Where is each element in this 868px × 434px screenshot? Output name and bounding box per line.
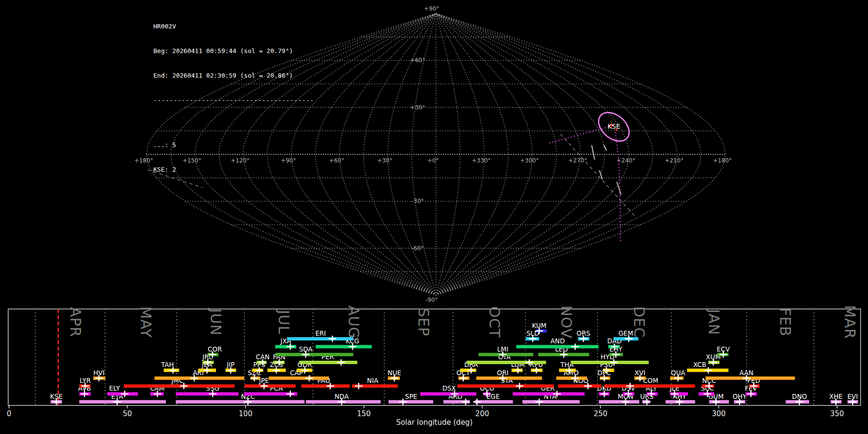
month-label-mar: MAR — [841, 305, 858, 339]
shower-bar — [604, 384, 695, 388]
shower-code: LYR — [80, 377, 91, 384]
shower-evi: EVI — [847, 393, 858, 405]
shower-bar — [389, 400, 434, 404]
session-begin: Beg: 20260411 00:59:44 (sol = 20.79°) — [153, 47, 314, 55]
grid-lat-label: +30° — [410, 104, 425, 111]
shower-ege: EGE — [473, 393, 513, 405]
grid-lon-label: +0° — [427, 157, 439, 164]
shower-peak-cross — [571, 343, 579, 350]
month-label-aug: AUG — [345, 306, 362, 339]
shower-bar — [513, 392, 584, 395]
shower-code: DSX — [442, 384, 456, 392]
shower-code: DNO — [792, 393, 807, 400]
grid-lon-label: +270° — [569, 157, 587, 164]
session-info: HR002V Beg: 20260411 00:59:44 (sol = 20.… — [153, 6, 314, 190]
shower-bar — [522, 400, 580, 404]
shower-code: NUE — [388, 369, 402, 377]
spacer — [153, 121, 314, 124]
shower-code: LMI — [497, 345, 508, 353]
x-tick-label: 200 — [475, 409, 489, 418]
grid-lat-label: -60° — [411, 245, 424, 252]
shower-code: QUA — [671, 369, 686, 377]
shower-code: NIA — [367, 377, 379, 384]
shower-bar — [244, 384, 295, 388]
shower-bar — [316, 345, 372, 348]
shower-code: TAH — [161, 361, 174, 368]
shower-code: CAN — [256, 353, 270, 361]
shower-peak-cross — [515, 383, 523, 389]
shower-bar — [269, 377, 329, 380]
grid-lat-label: -90° — [425, 297, 438, 303]
shower-bar — [457, 384, 554, 388]
grid-lon-label: +240° — [617, 157, 636, 164]
grid-lat-label: +60° — [410, 57, 425, 64]
app-window: { "header": { "title": "HR002V", "beg": … — [0, 0, 868, 434]
month-label-jul: JUL — [275, 309, 292, 335]
shower-kse: KSE — [50, 393, 63, 405]
shower-bar — [176, 400, 305, 404]
count-kse: KSE: 2 — [153, 165, 314, 174]
month-label-dec: DEC — [631, 306, 648, 338]
shower-bar — [154, 377, 244, 380]
month-label-sep: SEP — [415, 308, 432, 336]
shower-bar — [299, 361, 357, 364]
shower-bar — [275, 353, 353, 356]
grid-lon-label: +60° — [329, 157, 344, 164]
shower-eri: ERI — [287, 329, 353, 342]
session-id: HR002V — [153, 22, 314, 30]
shower-code: XHE — [829, 393, 842, 400]
x-tick-label: 100 — [239, 409, 253, 418]
shower-bar — [301, 384, 350, 388]
x-axis-title: Solar longitude (deg) — [396, 418, 473, 427]
shower-cor: COR — [208, 345, 222, 358]
shower-bar — [176, 392, 239, 395]
month-label-jan: JAN — [705, 308, 722, 335]
shower-code: KSE — [50, 393, 63, 400]
month-label-may: MAY — [137, 306, 154, 338]
shower-bar — [476, 377, 542, 380]
shower-peak-cross — [535, 399, 543, 405]
shower-peak-cross — [328, 336, 336, 342]
grid-lat-label: -30° — [411, 198, 424, 204]
shower-nue: NUE — [388, 369, 402, 381]
shower-code: ERI — [315, 329, 326, 337]
shower-bar — [287, 337, 353, 340]
shower-qua: QUA — [670, 369, 685, 381]
shower-peak-cross — [462, 399, 470, 405]
chart-border — [8, 309, 861, 406]
shower-code: SDA — [299, 345, 313, 353]
shower-bar — [558, 384, 601, 388]
shower-code: OHY — [732, 393, 747, 400]
x-tick-label: 0 — [7, 409, 12, 418]
shower-peak-cross — [473, 399, 481, 405]
session-end: End: 20260411 02:30:59 (sol = 20.86°) — [153, 71, 314, 80]
shower-bar — [599, 400, 639, 404]
shower-ohy: OHY — [732, 393, 747, 405]
shower-code: NDA — [335, 393, 349, 400]
x-tick-label: 350 — [830, 409, 844, 418]
shower-jip: JIP — [226, 361, 236, 373]
month-label-feb: FEB — [777, 308, 794, 337]
x-tick-label: 250 — [594, 409, 608, 418]
shower-bar — [79, 400, 166, 404]
scene-canvas: +180°+150°+120°+90°+60°+30°+0°+330°+300°… — [0, 0, 868, 434]
shower-peak-cross — [286, 391, 294, 397]
shower-code: EVI — [847, 393, 858, 400]
shower-code: AAN — [739, 369, 753, 377]
shower-code: COR — [208, 345, 222, 353]
shower-dno: DNO — [786, 393, 809, 405]
shower-peak-cross — [338, 359, 345, 366]
grid-lon-label: +210° — [665, 157, 684, 164]
reference-dashed-line — [560, 134, 637, 218]
shower-can: CAN — [256, 353, 270, 366]
x-tick-label: 150 — [357, 409, 371, 418]
shower-code: JIP — [226, 361, 234, 368]
shower-ors: ORS — [577, 329, 591, 342]
shower-ecv: ECV — [717, 345, 730, 358]
grid-lon-label: +300° — [520, 157, 539, 164]
month-label-nov: NOV — [558, 305, 575, 339]
radiant-label: KSE — [608, 122, 620, 130]
shower-nda: NDA — [306, 393, 380, 405]
shower-xcb: XCB — [687, 361, 729, 373]
shower-peak-cross — [355, 383, 363, 389]
